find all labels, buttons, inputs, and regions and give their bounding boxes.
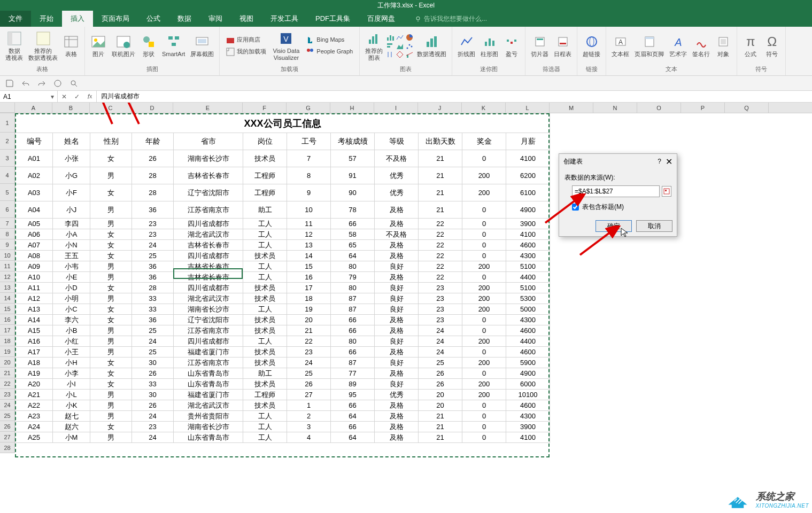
data-cell[interactable]: 小M bbox=[53, 432, 90, 443]
data-cell[interactable]: 男 bbox=[90, 167, 132, 184]
data-cell[interactable]: 4900 bbox=[506, 368, 550, 379]
data-cell[interactable]: 吉林省长春市 bbox=[174, 272, 243, 283]
row-header[interactable]: 25 bbox=[0, 410, 15, 421]
data-cell[interactable]: 吉林省长春市 bbox=[174, 261, 243, 272]
data-cell[interactable]: 女 bbox=[90, 184, 132, 201]
slicer-button[interactable]: 切片器 bbox=[529, 33, 551, 59]
data-cell[interactable]: 小A bbox=[53, 229, 90, 240]
data-cell[interactable]: 福建省厦门市 bbox=[174, 347, 243, 357]
data-cell[interactable]: 64 bbox=[331, 251, 375, 261]
data-cell[interactable]: 4600 bbox=[506, 325, 550, 336]
header-cell[interactable]: 姓名 bbox=[53, 133, 90, 150]
data-cell[interactable]: 3900 bbox=[506, 422, 550, 432]
data-cell[interactable]: 23 bbox=[132, 229, 174, 240]
pie-chart-icon[interactable] bbox=[405, 33, 414, 42]
data-cell[interactable]: A17 bbox=[16, 347, 53, 357]
data-cell[interactable]: 湖北省武汉市 bbox=[174, 400, 243, 411]
data-cell[interactable]: 男 bbox=[90, 272, 132, 283]
row-header[interactable]: 11 bbox=[0, 261, 15, 271]
column-header[interactable]: M bbox=[550, 103, 593, 113]
data-cell[interactable]: A05 bbox=[16, 219, 53, 229]
cells-area[interactable]: XXX公司员工信息编号姓名性别年龄省市岗位工号考核成绩等级出勤天数奖金月薪A01… bbox=[15, 113, 550, 443]
data-cell[interactable]: A08 bbox=[16, 251, 53, 261]
data-cell[interactable]: 山东省青岛市 bbox=[174, 368, 243, 379]
data-cell[interactable]: 技术员 bbox=[243, 325, 287, 336]
data-cell[interactable]: 0 bbox=[462, 251, 506, 261]
data-cell[interactable]: A04 bbox=[16, 201, 53, 219]
data-cell[interactable]: 小K bbox=[53, 400, 90, 411]
data-cell[interactable]: 66 bbox=[331, 219, 375, 229]
data-cell[interactable]: 5900 bbox=[506, 357, 550, 368]
table-button[interactable]: 表格 bbox=[61, 33, 81, 59]
data-cell[interactable]: 技术员 bbox=[243, 251, 287, 261]
data-cell[interactable]: 200 bbox=[462, 379, 506, 390]
area-chart-icon[interactable] bbox=[396, 42, 404, 50]
data-cell[interactable]: 良好 bbox=[375, 379, 419, 390]
data-cell[interactable]: 0 bbox=[462, 272, 506, 283]
data-cell[interactable]: 23 bbox=[419, 283, 462, 293]
data-cell[interactable]: 男 bbox=[90, 347, 132, 357]
data-cell[interactable]: 26 bbox=[419, 379, 462, 390]
data-cell[interactable]: 王五 bbox=[53, 251, 90, 261]
data-cell[interactable]: 25 bbox=[132, 347, 174, 357]
data-cell[interactable]: 200 bbox=[462, 390, 506, 400]
data-cell[interactable]: 12 bbox=[287, 229, 331, 240]
data-cell[interactable]: 22 bbox=[419, 261, 462, 272]
row-header[interactable]: 9 bbox=[0, 239, 15, 250]
tab-layout[interactable]: 页面布局 bbox=[93, 11, 138, 27]
data-cell[interactable]: 0 bbox=[462, 368, 506, 379]
data-cell[interactable]: 66 bbox=[331, 315, 375, 325]
combo-chart-icon[interactable] bbox=[405, 50, 414, 59]
data-cell[interactable]: 24 bbox=[287, 357, 331, 368]
formula-input[interactable]: 四川省成都市 bbox=[97, 91, 812, 102]
data-cell[interactable]: 200 bbox=[462, 283, 506, 293]
data-cell[interactable]: 6200 bbox=[506, 167, 550, 184]
data-cell[interactable]: 技术员 bbox=[243, 315, 287, 325]
data-cell[interactable]: 22 bbox=[419, 229, 462, 240]
data-cell[interactable]: 21 bbox=[419, 432, 462, 443]
signature-button[interactable]: 签名行 bbox=[690, 33, 712, 59]
data-cell[interactable]: 技术员 bbox=[243, 293, 287, 304]
data-cell[interactable]: A22 bbox=[16, 400, 53, 411]
data-cell[interactable]: 小N bbox=[53, 240, 90, 251]
data-cell[interactable]: 22 bbox=[419, 251, 462, 261]
data-cell[interactable]: 200 bbox=[462, 357, 506, 368]
data-cell[interactable]: 5100 bbox=[506, 261, 550, 272]
header-cell[interactable]: 年龄 bbox=[132, 133, 174, 150]
data-cell[interactable]: A23 bbox=[16, 411, 53, 422]
undo-button[interactable] bbox=[20, 78, 31, 89]
data-cell[interactable]: 23 bbox=[419, 293, 462, 304]
data-cell[interactable]: 3 bbox=[287, 422, 331, 432]
row-header[interactable]: 5 bbox=[0, 184, 15, 201]
data-cell[interactable]: 23 bbox=[132, 219, 174, 229]
column-header[interactable]: L bbox=[506, 103, 550, 113]
column-header[interactable]: J bbox=[418, 103, 462, 113]
tab-formulas[interactable]: 公式 bbox=[138, 11, 169, 27]
data-cell[interactable]: 87 bbox=[331, 304, 375, 315]
data-cell[interactable]: A13 bbox=[16, 304, 53, 315]
rec-charts-button[interactable]: 推荐的图表 bbox=[363, 29, 385, 63]
data-cell[interactable]: 26 bbox=[287, 379, 331, 390]
data-cell[interactable]: 及格 bbox=[375, 411, 419, 422]
source-input[interactable] bbox=[572, 185, 660, 197]
data-cell[interactable]: 23 bbox=[132, 422, 174, 432]
hyperlink-button[interactable]: 超链接 bbox=[581, 33, 602, 59]
data-cell[interactable]: 助工 bbox=[243, 368, 287, 379]
data-cell[interactable]: 良好 bbox=[375, 304, 419, 315]
data-cell[interactable]: 小L bbox=[53, 390, 90, 400]
data-cell[interactable]: 24 bbox=[132, 411, 174, 422]
data-cell[interactable]: 90 bbox=[331, 184, 375, 201]
row-header[interactable]: 12 bbox=[0, 271, 15, 282]
data-cell[interactable]: 21 bbox=[419, 411, 462, 422]
headers-checkbox-label[interactable]: 表包含标题(M) bbox=[564, 203, 671, 212]
pictures-button[interactable]: 图片 bbox=[88, 33, 109, 59]
bar-chart-icon[interactable] bbox=[386, 42, 395, 50]
column-header[interactable]: G bbox=[287, 103, 330, 113]
redo-button[interactable] bbox=[36, 78, 47, 89]
row-header[interactable]: 27 bbox=[0, 432, 15, 442]
column-header[interactable]: D bbox=[132, 103, 173, 113]
data-cell[interactable]: 男 bbox=[90, 400, 132, 411]
data-cell[interactable]: A20 bbox=[16, 379, 53, 390]
data-cell[interactable]: 男 bbox=[90, 261, 132, 272]
data-cell[interactable]: 贵州省贵阳市 bbox=[174, 411, 243, 422]
